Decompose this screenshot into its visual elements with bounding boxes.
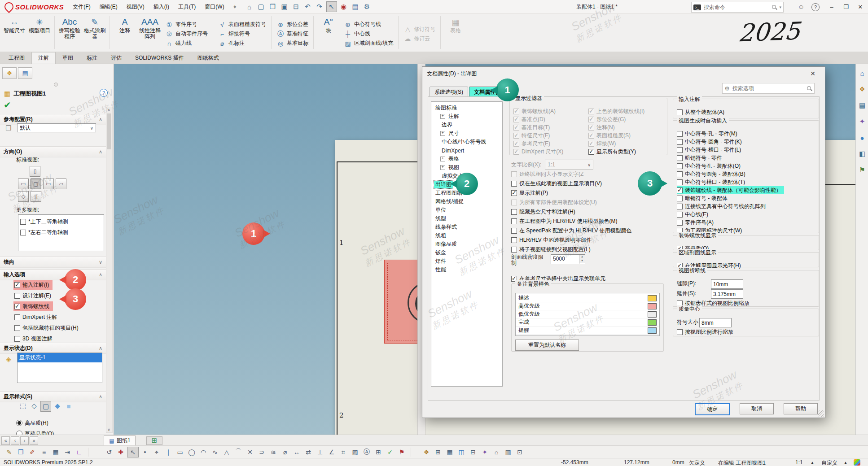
tree-item[interactable]: 线条样式 <box>431 223 502 231</box>
scroll-down-icon[interactable]: ∨ <box>106 427 111 432</box>
spin-down-icon[interactable]: ▼ <box>579 259 585 263</box>
checkbox-row[interactable]: 为所有零部件使用装配体设定(U) <box>511 198 667 207</box>
checkbox-row[interactable]: 在 SpeedPak 配置中为 HLR/HLV 使用模型颜色 <box>511 226 667 235</box>
color-swatch[interactable] <box>648 319 657 326</box>
command-tab[interactable]: 注解 <box>31 52 56 64</box>
search-dropdown-arrow[interactable]: ▾ <box>779 5 781 9</box>
configuration-dropdown[interactable]: 默认∨ <box>17 123 96 132</box>
search-icon[interactable] <box>807 86 812 91</box>
checkbox[interactable] <box>14 282 20 288</box>
chevron-up-icon[interactable]: ∧ <box>99 149 102 155</box>
custom-properties-icon[interactable]: ⚑ <box>857 165 867 175</box>
checkbox-row[interactable]: DimXpert 注解 <box>13 312 61 322</box>
solidworks-resources-badge[interactable] <box>854 459 860 466</box>
checkbox[interactable] <box>588 141 594 147</box>
chevron-up-icon[interactable]: ∧ <box>99 394 102 400</box>
angle-dimension-icon[interactable]: ∠ <box>326 447 337 457</box>
search-input[interactable] <box>703 4 770 11</box>
checkbox-row[interactable]: 中心符号-孔 - 零件(M) <box>677 130 815 138</box>
checkbox-row[interactable]: 表面粗糙度(S) <box>588 131 663 139</box>
sheet-scale[interactable]: 1:1 <box>795 459 803 466</box>
add-sheet-tab[interactable]: ⊞ <box>146 436 162 445</box>
interference-detection-icon[interactable]: ⊡ <box>514 447 525 457</box>
search-icon[interactable] <box>772 4 777 10</box>
checkbox[interactable] <box>14 293 20 299</box>
ribbon-button[interactable]: ①零件序号 <box>162 20 210 29</box>
color-swatch[interactable] <box>648 327 657 334</box>
tree-item[interactable]: DimXpert <box>431 146 502 155</box>
scrollbar-thumb[interactable] <box>107 113 111 149</box>
checkbox-row[interactable]: DimXpert 尺寸(X) <box>513 148 588 156</box>
checkbox-row[interactable]: 中心符号孔 - 装配体(O) <box>677 162 815 170</box>
ribbon-button[interactable]: Ⓐ基准特征 <box>274 29 311 39</box>
display-states-list[interactable]: 显示状态-1 <box>17 353 102 383</box>
more-views-list[interactable]: *上下二等角轴测*左右二等角轴测 <box>18 214 104 251</box>
view-orientation-button[interactable]: ▭ <box>18 179 29 189</box>
hidden-lines-removed-icon[interactable]: ▢ <box>40 401 51 412</box>
smart-dimension-icon[interactable]: ⌀ <box>280 447 290 457</box>
checkbox-row[interactable]: HLR/HLV 中的透视透明零部件 <box>511 235 667 245</box>
ribbon-button[interactable]: ⌀孔标注 <box>215 39 269 48</box>
checkbox-row[interactable]: 装饰螺纹线 - 装配体（可能会影响性能） <box>677 186 784 194</box>
command-tab[interactable]: 图纸格式 <box>191 52 226 64</box>
options-icon[interactable]: ⚙ <box>362 2 372 12</box>
checkbox[interactable] <box>511 181 517 187</box>
checkbox[interactable] <box>14 304 20 309</box>
point-icon[interactable]: • <box>140 447 150 457</box>
tree-item[interactable]: 网格线/捕捉 <box>431 197 502 206</box>
checkbox-row[interactable]: 参考尺寸(E) <box>513 139 588 148</box>
checkbox-row[interactable]: 零件序号(A) <box>677 218 815 226</box>
list-item[interactable]: 显示状态-1 <box>18 353 102 362</box>
scale-dropdown-arrow[interactable]: ▲ <box>811 461 814 465</box>
view-orientation-button[interactable]: ▭ <box>43 179 54 189</box>
checkbox[interactable] <box>513 133 519 139</box>
exploded-view-icon[interactable]: ✦ <box>479 447 490 457</box>
ribbon-button[interactable]: √表面粗糙度符号 <box>215 20 269 29</box>
convert-entities-icon[interactable]: ⊃ <box>256 447 267 457</box>
tree-item[interactable]: 钣金 <box>431 248 502 257</box>
color-swatch[interactable] <box>648 311 657 318</box>
checkbox-row[interactable]: 特征尺寸(F) <box>513 131 588 139</box>
tree-item[interactable]: +尺寸 <box>431 129 502 138</box>
checkbox-row[interactable]: 注释(N) <box>588 123 663 131</box>
pm-ok-check-icon[interactable]: ✔ <box>4 100 11 110</box>
checkbox-row[interactable]: 中心符号圆角 - 装配体(B) <box>677 170 815 178</box>
display-relations-icon[interactable]: ✓ <box>385 447 395 457</box>
color-swatch[interactable] <box>648 303 657 309</box>
chevron-up-icon[interactable]: ∧ <box>99 272 102 278</box>
tree-item[interactable]: 焊件 <box>431 257 502 266</box>
ribbon-button[interactable]: Abc拼写检验程序 <box>57 15 82 41</box>
ribbon-button[interactable]: ⌐焊接符号 <box>215 29 269 39</box>
undo-icon[interactable]: ↶ <box>303 2 313 12</box>
cancel-button[interactable]: 取消 <box>740 403 774 414</box>
options-search[interactable]: ⚙ <box>722 83 815 94</box>
checkbox-row[interactable]: 上色的装饰螺纹线(I) <box>588 107 663 115</box>
menu-item[interactable]: 编辑(E) <box>95 1 122 13</box>
pm-help-icon[interactable]: ? <box>100 89 108 97</box>
checkbox-row[interactable]: 装饰螺纹线(A) <box>513 107 588 115</box>
circle-icon[interactable]: ◯ <box>186 447 197 457</box>
tree-item[interactable]: 中心线/中心符号线 <box>431 138 502 146</box>
hidden-lines-visible-icon[interactable]: ◇ <box>29 401 39 411</box>
checkbox[interactable] <box>677 109 683 115</box>
last-sheet-icon[interactable]: » <box>30 436 38 445</box>
select-icon[interactable]: ↖ <box>127 447 139 457</box>
checkbox[interactable] <box>513 109 519 114</box>
ribbon-button[interactable]: ✎格式涂刷器 <box>82 15 107 41</box>
command-tab[interactable]: SOLIDWORKS 插件 <box>128 52 191 64</box>
checkbox[interactable] <box>511 237 517 243</box>
tree-expander-icon[interactable]: + <box>440 114 445 119</box>
chevron-up-icon[interactable]: ∧ <box>99 117 102 122</box>
ok-button[interactable]: 确定 <box>695 403 730 415</box>
units-dropdown-arrow[interactable]: ▲ <box>844 461 847 465</box>
prev-sheet-icon[interactable]: ‹ <box>11 436 19 445</box>
checkbox[interactable] <box>588 149 594 155</box>
ribbon-button[interactable]: ↔智能尺寸 <box>2 15 27 35</box>
checkbox-row[interactable]: 按视图比例进行缩放 <box>677 328 815 336</box>
revision-flag-icon[interactable]: ⚑ <box>396 447 407 457</box>
command-tab[interactable]: 评估 <box>104 52 128 64</box>
wireframe-style-icon[interactable]: ⬚ <box>18 401 28 411</box>
view-orientation-button[interactable]: ▱ <box>56 179 66 189</box>
text-scale-dropdown[interactable]: 1:1∨ <box>545 160 593 170</box>
checkbox[interactable] <box>677 204 683 209</box>
